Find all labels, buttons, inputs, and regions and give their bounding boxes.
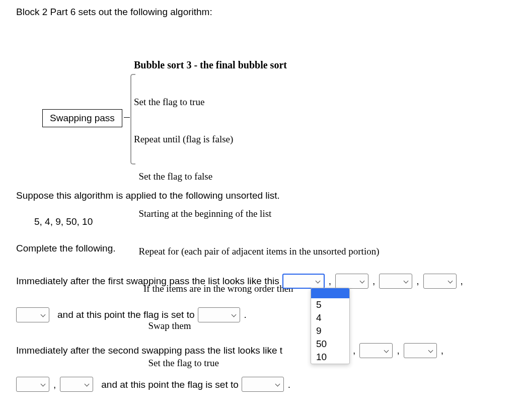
q1-slot-2[interactable] [335,274,368,289]
q2-slot-4[interactable] [404,343,437,358]
comma: , [372,268,375,294]
comma: , [441,337,443,364]
question-2-line-2: , and at this point the flag is set to . [16,371,507,398]
swapping-pass-label: Swapping pass [42,109,122,127]
algo-line: Repeat until (flag is false) [134,133,380,146]
q1-slot-1[interactable] [282,274,325,289]
chevron-down-icon [360,279,365,284]
q1-flag-select[interactable] [198,307,240,322]
chevron-down-icon [428,348,433,353]
q1-slot-4[interactable] [423,274,457,289]
period: . [288,371,290,398]
q1-slot-5[interactable] [16,307,49,322]
q2-slot-6[interactable] [60,377,93,392]
algo-title: Bubble sort 3 - the final bubble sort [134,58,380,71]
q2-slot-3[interactable] [359,343,393,358]
algo-line: Set the flag to false [134,171,380,183]
q1-text-a: Immediately after the first swapping pas… [16,268,279,294]
chevron-down-icon [448,279,453,284]
chevron-down-icon [41,382,46,387]
algorithm-figure: Swapping pass Bubble sort 3 - the final … [16,34,507,164]
question-1-line-1: Immediately after the first swapping pas… [16,268,507,294]
question-2-line-1: Immediately after the second swapping pa… [16,337,507,364]
comma: , [416,268,419,294]
dropdown-option[interactable]: 9 [311,324,349,338]
chevron-down-icon [275,382,280,387]
chevron-down-icon [41,312,46,317]
comma: , [53,371,56,398]
dropdown-option[interactable]: 50 [311,338,349,351]
q2-flag-select[interactable] [242,377,284,392]
algo-line: Starting at the beginning of the list [134,208,380,220]
chevron-down-icon [232,312,237,317]
q1-slot-3[interactable] [379,274,412,289]
chevron-down-icon [85,382,90,387]
chevron-down-icon [316,279,321,284]
comma: , [353,337,355,364]
q2-text-a: Immediately after the second swapping pa… [16,337,282,364]
intro-text: Block 2 Part 6 sets out the following al… [16,5,507,20]
dropdown-option[interactable]: 5 [311,298,349,311]
comma: , [461,268,463,294]
q2-text-b: and at this point the flag is set to [101,371,239,398]
chevron-down-icon [404,279,409,284]
dropdown-option[interactable]: 10 [311,351,349,364]
chevron-down-icon [384,348,389,353]
period: . [244,301,247,328]
q2-slot-5[interactable] [16,377,49,392]
dropdown-options-popup[interactable]: 5 4 9 50 10 [311,288,350,364]
question-1-line-2: and at this point the flag is set to . [16,301,507,328]
connector-line [124,117,130,118]
algo-line: Set the flag to true [134,96,380,109]
comma: , [397,337,399,364]
dropdown-option[interactable]: 4 [311,311,349,324]
dropdown-option-blank[interactable] [311,288,349,298]
q1-text-b: and at this point the flag is set to [57,301,195,328]
algo-line: Repeat for (each pair of adjacent items … [134,245,380,258]
